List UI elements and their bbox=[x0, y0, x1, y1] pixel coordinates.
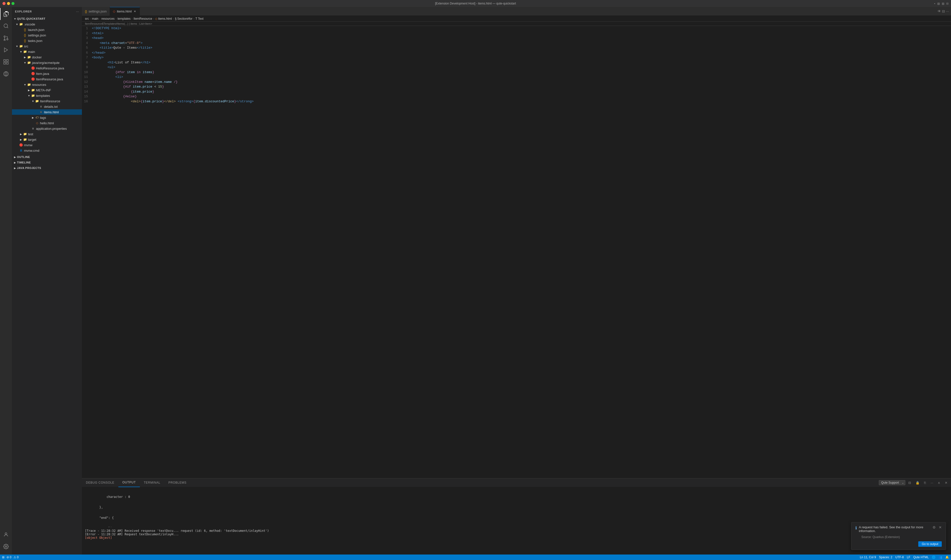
panel-chevron-up[interactable]: ∧ bbox=[936, 480, 942, 485]
bc-main[interactable]: main bbox=[92, 17, 99, 20]
output-channel-select[interactable]: Qute Support Java Maven bbox=[879, 480, 905, 485]
layout-icon-2[interactable]: ▧ bbox=[937, 2, 940, 5]
activity-search[interactable] bbox=[0, 20, 12, 32]
sidebar-item-tasks[interactable]: {} tasks.json bbox=[12, 38, 82, 43]
tab-close-button[interactable]: ✕ bbox=[133, 10, 137, 13]
sidebar-item-hello[interactable]: 🔴 HelloResource.java bbox=[12, 65, 82, 71]
activity-git[interactable] bbox=[0, 32, 12, 44]
maximize-button[interactable] bbox=[11, 2, 14, 5]
sidebar-item-target[interactable]: ▶ 📁 target bbox=[12, 137, 82, 142]
panel-tab-problems[interactable]: PROBLEMS bbox=[164, 478, 190, 487]
preview-icon[interactable]: 👁 bbox=[937, 9, 941, 13]
output-channel-select-wrap: Qute Support Java Maven bbox=[879, 480, 905, 485]
indentation-item[interactable]: Spaces: 2 bbox=[879, 555, 892, 559]
bc-items-html[interactable]: ◇items.html bbox=[155, 17, 172, 20]
layout-icon-1[interactable]: ▪ bbox=[934, 2, 935, 5]
sidebar-item-vscode[interactable]: ▼ 📁 .vscode bbox=[12, 22, 82, 27]
bc-resources[interactable]: resources bbox=[102, 17, 115, 20]
bc-templates[interactable]: templates bbox=[118, 17, 131, 20]
activity-remote[interactable] bbox=[0, 68, 12, 80]
errors-status-item[interactable]: ⊘ 0 bbox=[6, 555, 11, 559]
activity-explorer[interactable] bbox=[0, 8, 12, 20]
language-mode-item[interactable]: Qute HTML bbox=[913, 555, 929, 559]
activity-settings[interactable] bbox=[0, 540, 12, 552]
notification-bell-item[interactable]: 🔔 bbox=[945, 555, 949, 559]
sidebar-item-item[interactable]: 🔴 Item.java bbox=[12, 71, 82, 76]
notif-close-button[interactable]: ✕ bbox=[939, 525, 942, 529]
sidebar-item-tags[interactable]: ▶ 🏷 tags bbox=[12, 115, 82, 120]
sidebar-item-main[interactable]: ▼ 📁 main bbox=[12, 49, 82, 54]
target-arrow: ▶ bbox=[19, 137, 23, 142]
txt-icon: ≡ bbox=[39, 105, 43, 109]
panel-more-icon[interactable]: ··· bbox=[929, 480, 935, 485]
panel-tab-output[interactable]: OUTPUT bbox=[119, 478, 140, 487]
sidebar-item-templates[interactable]: ▼ 📁 templates bbox=[12, 93, 82, 98]
warnings-status-item[interactable]: ⚠ 0 bbox=[14, 555, 19, 559]
panel-close[interactable]: ✕ bbox=[943, 480, 949, 485]
sidebar-more-actions[interactable]: ··· bbox=[76, 9, 79, 14]
sidebar-item-launch[interactable]: {} launch.json bbox=[12, 27, 82, 32]
sidebar-item-details[interactable]: ≡ details.txt bbox=[12, 104, 82, 109]
folder-test-icon: 📁 bbox=[23, 132, 27, 136]
bc-text[interactable]: TText bbox=[196, 17, 203, 20]
sidebar-item-timeline[interactable]: ▶ TIMELINE bbox=[12, 160, 82, 165]
sidebar-item-mvnw-cmd[interactable]: 🖥 mvnw.cmd bbox=[12, 148, 82, 153]
copy-icon[interactable]: ⎘ bbox=[923, 480, 928, 485]
panel-tab-debug[interactable]: DEBUG CONSOLE bbox=[82, 478, 119, 487]
code-line-10: {#for item in items} bbox=[92, 70, 943, 75]
sidebar-item-resources[interactable]: ▼ 📁 resources bbox=[12, 82, 82, 87]
scrollbar[interactable] bbox=[948, 26, 951, 478]
sidebar-item-meta-inf[interactable]: ▶ 📁 META-INF bbox=[12, 87, 82, 93]
main-label: main bbox=[28, 50, 82, 54]
more-actions-icon[interactable]: ··· bbox=[946, 9, 949, 13]
cursor-position-item[interactable]: Ln 11, Col 9 bbox=[860, 555, 876, 559]
layout-icon-4[interactable]: ⊟ bbox=[946, 2, 948, 5]
sidebar-item-java[interactable]: ▼ 📁 java/org/acme/qute bbox=[12, 60, 82, 65]
layout-icon-3[interactable]: ▨ bbox=[942, 2, 944, 5]
sidebar-item-root[interactable]: ▼ QUTE-QUICKSTART bbox=[12, 16, 82, 22]
activity-account[interactable] bbox=[0, 529, 12, 540]
sub-breadcrumb-text: ItemResource$Templates#items(...) | item… bbox=[85, 22, 152, 25]
tab-settings-json[interactable]: {} settings.json bbox=[82, 7, 110, 16]
encoding-item[interactable]: UTF-8 bbox=[895, 555, 904, 559]
mvnw-icon: 🔴 bbox=[19, 143, 23, 147]
panel-tab-terminal[interactable]: TERMINAL bbox=[140, 478, 164, 487]
code-editor[interactable]: 1 2 3 4 5 6 7 8 9 10 11 12 13 14 bbox=[82, 26, 951, 478]
editor-area: {} settings.json ◇ items.html ✕ 👁 ⊟ ··· … bbox=[82, 7, 951, 554]
notif-gear-icon[interactable]: ⚙ bbox=[933, 525, 936, 529]
go-to-output-button[interactable]: Go to output bbox=[918, 541, 942, 547]
close-button[interactable] bbox=[3, 2, 6, 5]
activity-extensions[interactable] bbox=[0, 56, 12, 68]
minimize-button[interactable] bbox=[7, 2, 10, 5]
code-line-13: {#if item.price < 15} bbox=[92, 85, 943, 89]
sidebar-item-app-props[interactable]: ≡ application.properties bbox=[12, 126, 82, 131]
sidebar-item-itemresource-folder[interactable]: ▼ 📁 ItemResource bbox=[12, 98, 82, 104]
sidebar-item-hello-html[interactable]: ◇ hello.html bbox=[12, 120, 82, 126]
clear-output-icon[interactable]: ⊟ bbox=[907, 480, 912, 485]
sidebar-item-settings-json[interactable]: {} settings.json bbox=[12, 32, 82, 38]
java-projects-arrow: ▶ bbox=[13, 166, 17, 170]
bc-itemresource[interactable]: ItemResource bbox=[134, 17, 153, 20]
sidebar-item-outline[interactable]: ▶ OUTLINE bbox=[12, 154, 82, 160]
sidebar-item-itemresource-java[interactable]: 🔴 ItemResource.java bbox=[12, 76, 82, 82]
activity-run[interactable] bbox=[0, 44, 12, 56]
sidebar-item-src[interactable]: ▼ 📁 src bbox=[12, 43, 82, 49]
remote-status-item[interactable]: ⊞ bbox=[2, 555, 5, 559]
tab-items-html[interactable]: ◇ items.html ✕ bbox=[110, 7, 140, 16]
world-status-item[interactable]: 🌐 bbox=[932, 555, 936, 559]
line-ending-item[interactable]: LF bbox=[907, 555, 910, 559]
sidebar-item-items-html[interactable]: ≡ items.html bbox=[12, 109, 82, 115]
lock-icon[interactable]: 🔒 bbox=[914, 480, 921, 485]
sidebar-item-java-projects[interactable]: ▶ JAVA PROJECTS bbox=[12, 165, 82, 171]
svg-point-1 bbox=[7, 39, 8, 40]
split-editor-icon[interactable]: ⊟ bbox=[942, 9, 945, 13]
sidebar-item-mvnw[interactable]: 🔴 mvnw bbox=[12, 142, 82, 148]
tabs-bar: {} settings.json ◇ items.html ✕ 👁 ⊟ ··· bbox=[82, 7, 951, 16]
sidebar-item-test[interactable]: ▶ 📁 test bbox=[12, 131, 82, 137]
notif-actions: Go to output bbox=[855, 541, 942, 547]
bc-src[interactable]: src bbox=[85, 17, 89, 20]
sidebar-item-docker[interactable]: ▶ 📁 docker bbox=[12, 54, 82, 60]
status-left: ⊞ ⊘ 0 ⚠ 0 bbox=[2, 555, 18, 559]
bc-section-for[interactable]: §Section#for bbox=[175, 17, 192, 20]
sync-status-item[interactable]: 👥 bbox=[939, 555, 942, 559]
